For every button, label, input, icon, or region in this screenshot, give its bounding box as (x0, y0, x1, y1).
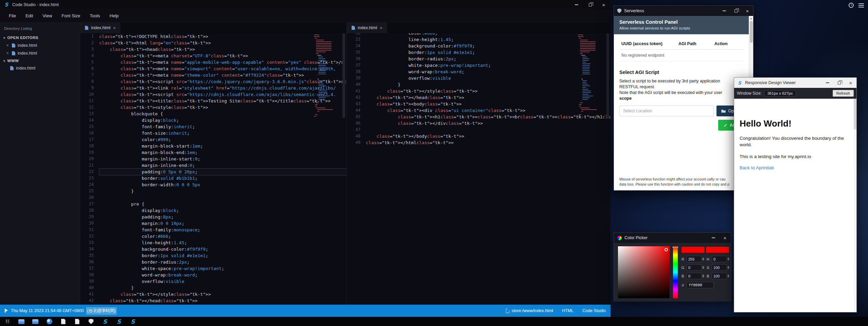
browser-icon[interactable] (45, 318, 53, 326)
status-bar: Thu May 11 2023 21:54:48 GMT+0800 (台北標準時… (0, 305, 610, 317)
svg-text:S: S (738, 80, 742, 85)
blue-input[interactable] (687, 273, 702, 279)
stepper-icon[interactable] (727, 257, 729, 261)
restore-button[interactable] (730, 6, 742, 16)
code-content[interactable]: color:#666; line-height:1.45; background… (366, 33, 610, 146)
restore-button[interactable] (833, 78, 845, 88)
close-icon[interactable]: × (5, 43, 10, 48)
stepper-icon[interactable] (702, 257, 704, 261)
hue-input[interactable] (712, 256, 727, 262)
stepper-icon[interactable] (727, 274, 729, 277)
menu-bar: File Edit View Font Size Tools Help (0, 9, 610, 22)
close-button[interactable]: × (597, 0, 610, 9)
code-studio-2-icon[interactable]: S (115, 318, 123, 326)
editor-pane-left[interactable]: 1234567891011121314151617181920212223242… (80, 33, 347, 305)
file-icon (12, 43, 15, 47)
document-icon (506, 309, 509, 313)
menu-view[interactable]: View (38, 12, 56, 20)
serverless-warning: Misuse of serverless function might affe… (619, 177, 743, 187)
hue-cursor[interactable] (673, 247, 678, 248)
folder-www-section[interactable]: ▾ WWW (0, 57, 80, 64)
previous-color-swatch[interactable] (706, 246, 729, 253)
scrollbar[interactable] (854, 99, 856, 312)
close-button[interactable]: × (845, 78, 856, 88)
description-line: Note that the AGI script will be execute… (619, 90, 748, 96)
menu-edit[interactable]: Edit (21, 12, 37, 20)
status-app-name[interactable]: Code Studio (582, 308, 606, 313)
column-header-action: Action (712, 38, 743, 49)
tab-label: index.html (358, 25, 377, 30)
code-content[interactable]: class="tk-t"><!DOCTYPE htmlclass="tk-t">… (99, 33, 347, 304)
red-label: R (681, 257, 685, 261)
stepper-icon[interactable] (702, 266, 704, 269)
desktop-status-area (849, 3, 864, 8)
tab-index-html-1[interactable]: index.html × (80, 22, 121, 33)
close-icon[interactable]: × (5, 51, 10, 56)
window-size-label: Window Size: (737, 91, 762, 96)
red-input[interactable] (687, 256, 702, 262)
code-studio-3-icon[interactable]: S (129, 318, 137, 326)
open-editor-item[interactable]: × index.html (0, 49, 80, 57)
tab-label: index.html (91, 25, 110, 30)
saturation-input[interactable] (712, 264, 727, 271)
document-1-icon[interactable] (59, 318, 67, 326)
scrollbar-thumb[interactable] (854, 99, 856, 129)
tab-close-icon[interactable]: × (113, 25, 116, 31)
close-button[interactable]: × (719, 233, 731, 243)
minimize-button[interactable] (708, 233, 719, 243)
menu-file[interactable]: File (5, 12, 20, 20)
status-file-path-segment[interactable]: store:/www/index.html (506, 308, 553, 313)
viewer-page: Hello World! Congratulation! You discove… (734, 99, 856, 312)
editor-pane-right[interactable]: 323334353637383940414243444546474849 col… (347, 33, 610, 305)
open-editor-item[interactable]: × index.html (0, 41, 80, 49)
minimap[interactable] (314, 35, 332, 118)
current-color-swatch[interactable] (681, 246, 705, 253)
page-paragraph: This is a testing site for my.aprint.io (740, 153, 848, 160)
stepper-icon[interactable] (702, 274, 704, 277)
minimap[interactable] (578, 35, 596, 118)
tab-close-icon[interactable]: × (380, 25, 383, 31)
clock-icon[interactable] (849, 3, 854, 8)
svg-text:S: S (131, 318, 136, 325)
serverless-window-title: Serverless (624, 8, 644, 13)
saturation-field[interactable] (618, 246, 670, 298)
saturation-cursor[interactable] (665, 248, 668, 251)
check-icon: ✓ (724, 123, 727, 128)
select-location-input[interactable] (619, 106, 714, 116)
status-language[interactable]: HTML (562, 308, 573, 313)
menu-help[interactable]: Help (106, 12, 123, 20)
menu-font-size[interactable]: Font Size (57, 12, 84, 20)
minimize-button[interactable] (822, 78, 833, 88)
hex-input[interactable] (687, 282, 714, 288)
tab-bar: index.html × index.html × (80, 22, 610, 33)
scrollbar[interactable] (606, 33, 609, 305)
start-grid-icon[interactable] (3, 318, 12, 326)
menu-tools[interactable]: Tools (86, 12, 104, 20)
brightness-input[interactable] (712, 273, 727, 279)
column-header-agi-path: AGI Path (676, 38, 712, 49)
shield-app-icon[interactable] (87, 318, 95, 326)
minimize-button[interactable] (719, 6, 730, 16)
tab-index-html-2[interactable]: index.html × (347, 22, 388, 33)
minimize-button[interactable] (570, 0, 583, 9)
close-button[interactable]: × (742, 6, 753, 16)
green-input[interactable] (687, 264, 702, 271)
scrollbar-thumb[interactable] (750, 21, 753, 43)
scroll-up-icon[interactable]: ▲ (750, 16, 752, 21)
hue-slider[interactable] (673, 246, 678, 298)
scrollbar[interactable] (342, 33, 345, 305)
file-item[interactable]: index.html (0, 64, 80, 72)
restore-button[interactable] (583, 0, 597, 9)
document-2-icon[interactable] (73, 318, 81, 326)
refresh-button[interactable]: Refresh (833, 90, 854, 97)
sidebar: Directory Listing ▾ OPEN EDITORS × index… (0, 22, 80, 305)
back-to-aprintlab-link[interactable]: Back to Aprintlab (740, 165, 774, 170)
app-window-1-icon[interactable] (17, 318, 25, 326)
app-window-2-icon[interactable] (31, 318, 39, 326)
window-size-value[interactable]: 361px x 627px (764, 90, 796, 96)
open-editors-section[interactable]: ▾ OPEN EDITORS (0, 34, 80, 41)
code-studio-1-icon[interactable]: S (101, 318, 109, 326)
stepper-icon[interactable] (727, 266, 729, 269)
viewer-logo-icon: S (737, 80, 742, 85)
menu-icon[interactable] (858, 3, 864, 7)
